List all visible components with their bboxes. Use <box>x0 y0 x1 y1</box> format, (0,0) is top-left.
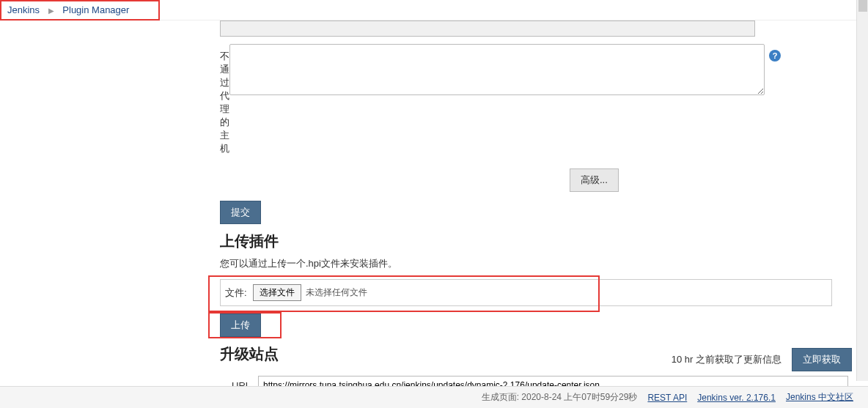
generated-timestamp: 生成页面: 2020-8-24 上午07时59分29秒 <box>482 391 638 404</box>
help-icon[interactable]: ? <box>769 50 781 62</box>
choose-file-button[interactable]: 选择文件 <box>253 284 301 301</box>
breadcrumb-root[interactable]: Jenkins <box>7 4 40 15</box>
chevron-right-icon: ▶ <box>48 7 54 15</box>
breadcrumb: Jenkins ▶ Plugin Manager <box>0 0 868 21</box>
advanced-button[interactable]: 高级... <box>570 168 619 192</box>
rest-api-link[interactable]: REST API <box>647 393 687 403</box>
submit-button-proxy[interactable]: 提交 <box>220 201 261 224</box>
disabled-input <box>220 21 755 37</box>
scrollbar-thumb[interactable] <box>858 0 867 12</box>
upload-plugin-description: 您可以通过上传一个.hpi文件来安装插件。 <box>220 257 648 270</box>
scrollbar[interactable] <box>856 0 868 381</box>
upload-plugin-title: 上传插件 <box>220 231 648 251</box>
version-link[interactable]: Jenkins ver. 2.176.1 <box>697 393 776 403</box>
no-proxy-textarea[interactable] <box>229 44 765 95</box>
footer-info: 10 hr 之前获取了更新信息 立即获取 <box>672 348 852 371</box>
breadcrumb-current[interactable]: Plugin Manager <box>62 4 129 15</box>
fetch-now-button[interactable]: 立即获取 <box>792 348 852 371</box>
fetch-status: 10 hr 之前获取了更新信息 <box>672 353 781 366</box>
no-proxy-label: 不通过代理的主机 <box>220 44 229 161</box>
update-site-title: 升级站点 <box>220 344 648 364</box>
community-link[interactable]: Jenkins 中文社区 <box>786 391 853 404</box>
file-status: 未选择任何文件 <box>306 286 367 299</box>
file-label: 文件: <box>225 286 247 300</box>
upload-button[interactable]: 上传 <box>220 314 261 337</box>
file-upload-row: 文件: 选择文件 未选择任何文件 <box>220 279 832 306</box>
bottom-bar: 生成页面: 2020-8-24 上午07时59分29秒 REST API Jen… <box>0 386 868 408</box>
